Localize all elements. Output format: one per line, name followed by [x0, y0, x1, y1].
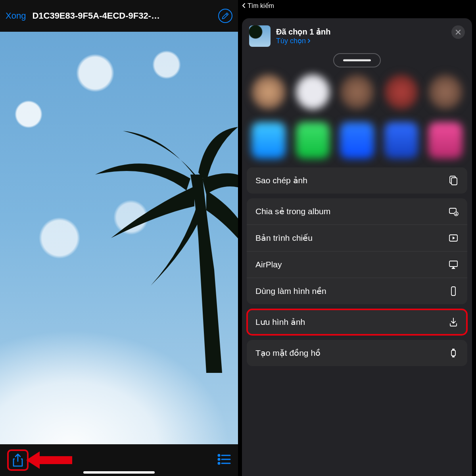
share-icon — [12, 453, 24, 467]
list-icon — [217, 454, 231, 465]
done-button[interactable]: Xong — [6, 11, 26, 21]
airdrop-contacts[interactable] — [242, 75, 472, 109]
action-airplay[interactable]: AirPlay — [247, 251, 467, 278]
action-group: Chia sẻ trong album Bản trình chiếu AirP… — [247, 198, 467, 304]
options-link[interactable]: Tùy chọn — [276, 36, 330, 45]
svg-point-0 — [218, 455, 220, 456]
svg-rect-12 — [449, 261, 457, 267]
app-icon[interactable] — [340, 122, 374, 159]
svg-rect-14 — [451, 350, 455, 356]
home-indicator[interactable] — [83, 471, 155, 474]
app-icon[interactable] — [296, 122, 330, 159]
action-group: Tạo mặt đồng hồ — [247, 340, 467, 366]
action-group: Sao chép ảnh — [247, 167, 467, 194]
photo-viewer-pane: Xong D1C39E83-9F5A-4ECD-9F32-… — [0, 0, 238, 476]
action-label: Lưu hình ảnh — [255, 317, 305, 327]
contact-avatar[interactable] — [251, 75, 286, 109]
action-label: Chia sẻ trong album — [255, 207, 330, 216]
markup-icon — [221, 12, 229, 20]
close-icon — [455, 29, 461, 35]
viewer-topbar: Xong D1C39E83-9F5A-4ECD-9F32-… — [0, 0, 238, 32]
selection-title: Đã chọn 1 ảnh — [276, 27, 330, 36]
file-title: D1C39E83-9F5A-4ECD-9F32-… — [32, 11, 212, 21]
copy-icon — [448, 175, 459, 186]
contact-avatar[interactable] — [428, 75, 463, 109]
action-save-image[interactable]: Lưu hình ảnh — [247, 309, 467, 335]
action-label: Tạo mặt đồng hồ — [255, 348, 321, 358]
iphone-icon — [448, 286, 459, 296]
app-icon[interactable] — [251, 122, 286, 159]
svg-rect-7 — [451, 178, 457, 185]
selection-thumbnail — [249, 25, 271, 47]
options-label: Tùy chọn — [276, 36, 306, 45]
action-watch-face[interactable]: Tạo mặt đồng hồ — [247, 340, 467, 366]
close-button[interactable] — [451, 25, 465, 39]
svg-point-4 — [218, 463, 220, 464]
back-label: Tìm kiếm — [248, 2, 274, 10]
app-icon[interactable] — [384, 122, 418, 159]
sheet-header: Đã chọn 1 ảnh Tùy chọn — [242, 18, 472, 51]
contact-avatar[interactable] — [296, 75, 330, 109]
action-label: Dùng làm hình nền — [255, 286, 326, 296]
svg-rect-16 — [452, 356, 455, 357]
chevron-left-icon — [241, 3, 247, 8]
action-group-highlighted: Lưu hình ảnh — [247, 309, 467, 335]
watch-icon — [448, 348, 459, 358]
action-share-album[interactable]: Chia sẻ trong album — [247, 198, 467, 225]
svg-point-2 — [218, 459, 220, 460]
play-rect-icon — [448, 233, 459, 243]
share-apps[interactable] — [242, 122, 472, 159]
app-icon[interactable] — [428, 122, 463, 159]
action-label: AirPlay — [255, 260, 282, 269]
contact-avatar[interactable] — [384, 75, 418, 109]
action-label: Bản trình chiếu — [255, 233, 313, 243]
list-button[interactable] — [217, 454, 231, 466]
contact-avatar[interactable] — [340, 75, 374, 109]
svg-rect-13 — [451, 287, 455, 296]
action-slideshow[interactable]: Bản trình chiếu — [247, 225, 467, 251]
share-sheet: Đã chọn 1 ảnh Tùy chọn — [242, 18, 472, 476]
action-copy-photo[interactable]: Sao chép ảnh — [247, 167, 467, 194]
markup-button[interactable] — [218, 9, 232, 23]
drag-handle[interactable] — [333, 53, 381, 67]
shared-album-icon — [448, 206, 459, 217]
action-list: Sao chép ảnh Chia sẻ trong album Bản trì… — [242, 167, 472, 476]
viewer-bottombar — [0, 444, 238, 476]
svg-point-10 — [456, 213, 457, 214]
share-button[interactable] — [7, 449, 29, 471]
back-to-search[interactable]: Tìm kiếm — [238, 0, 476, 11]
svg-rect-15 — [452, 349, 455, 350]
download-icon — [448, 317, 459, 327]
chevron-right-icon — [307, 38, 311, 43]
share-sheet-pane: Tìm kiếm Đã chọn 1 ảnh Tùy chọn — [238, 0, 476, 476]
action-wallpaper[interactable]: Dùng làm hình nền — [247, 278, 467, 304]
photo-content[interactable] — [0, 32, 238, 444]
airplay-icon — [448, 259, 459, 270]
svg-point-9 — [454, 212, 458, 216]
action-label: Sao chép ảnh — [255, 176, 307, 185]
sky-background — [0, 32, 238, 444]
